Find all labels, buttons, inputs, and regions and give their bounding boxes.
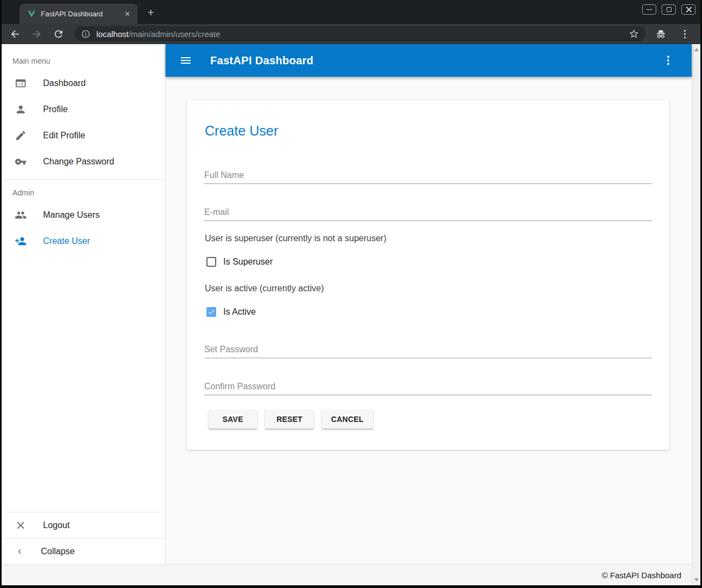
sidebar-item-label: Dashboard [43,78,86,88]
close-window-button[interactable] [681,4,695,15]
url-host: localhost [96,29,129,39]
sidebar-item-logout[interactable]: Logout [2,512,165,538]
hamburger-menu-icon[interactable] [179,54,192,67]
footer: © FastAPI Dashboard [2,564,692,585]
sidebar-item-profile[interactable]: Profile [2,96,165,122]
create-user-card: Create User User is superuser (currently… [187,100,669,450]
close-icon [686,7,692,13]
page-content: Main menu Dashboard Profile Edit Profile… [2,44,700,585]
bookmark-star-icon[interactable] [628,28,639,39]
sidebar-item-collapse[interactable]: Collapse [2,538,165,564]
people-icon [15,209,27,221]
sidebar-item-label: Edit Profile [43,131,85,140]
forward-icon[interactable] [31,28,42,40]
check-icon [207,308,215,316]
sidebar-section-header-main-menu: Main menu [2,44,165,70]
reset-button[interactable]: RESET [265,409,314,428]
maximize-button[interactable] [662,4,676,15]
reload-icon[interactable] [53,28,64,40]
person-add-icon [15,235,27,247]
key-icon [15,156,27,168]
close-icon [15,519,27,531]
sidebar-item-label: Change Password [43,157,114,167]
is-active-label: Is Active [223,307,256,317]
sidebar-item-manage-users[interactable]: Manage Users [2,202,165,228]
page-title: Create User [205,123,278,139]
email-input[interactable] [204,204,652,221]
sidebar-item-label: Logout [43,520,70,530]
chevron-left-icon [15,546,25,558]
pencil-icon [15,130,27,142]
person-icon [15,103,27,115]
sidebar: Main menu Dashboard Profile Edit Profile… [2,44,166,564]
sidebar-item-edit-profile[interactable]: Edit Profile [2,122,165,149]
minimize-button[interactable] [642,4,656,15]
browser-titlebar: FastAPI Dashboard ✕ + [2,0,700,24]
superuser-hint: User is superuser (currently is not a su… [205,234,386,243]
tab-title: FastAPI Dashboard [41,10,123,18]
browser-menu-icon[interactable] [679,28,691,40]
site-info-icon[interactable] [81,29,90,39]
sidebar-item-label: Manage Users [43,210,100,220]
tab-close-icon[interactable]: ✕ [123,9,132,19]
sidebar-item-label: Create User [43,236,90,246]
sidebar-item-label: Profile [43,105,68,114]
appbar-title: FastAPI Dashboard [210,54,662,67]
sidebar-item-change-password[interactable]: Change Password [2,149,165,175]
browser-toolbar: localhost/main/admin/users/create [2,24,700,44]
maximize-icon [667,7,672,12]
is-superuser-checkbox[interactable] [206,257,216,267]
sidebar-bottom: Logout Collapse [2,512,165,564]
dashboard-icon [15,77,27,89]
sidebar-section-header-admin: Admin [2,180,165,202]
sidebar-item-create-user[interactable]: Create User [2,228,165,254]
cancel-button[interactable]: CANCEL [322,409,373,428]
save-button[interactable]: SAVE [209,409,257,428]
scrollbar-up-icon[interactable] [694,48,699,51]
sidebar-item-dashboard[interactable]: Dashboard [2,70,165,96]
incognito-icon [655,28,667,40]
url-bar[interactable]: localhost/main/admin/users/create [75,26,646,41]
set-password-input[interactable] [204,341,652,358]
back-icon[interactable] [9,28,21,40]
url-path: /main/admin/users/create [129,29,220,39]
confirm-password-input[interactable] [204,378,652,395]
window-controls [642,4,695,15]
browser-tab[interactable]: FastAPI Dashboard ✕ [20,4,138,24]
scrollbar-down-icon[interactable] [694,578,699,581]
page-scrollbar[interactable] [692,44,700,585]
appbar-menu-icon[interactable] [662,54,675,67]
toolbar-right [655,28,691,40]
full-name-input[interactable] [204,167,652,184]
is-active-checkbox-row[interactable]: Is Active [206,307,256,317]
new-tab-button[interactable]: + [144,6,157,19]
footer-copyright: © FastAPI Dashboard [602,571,681,580]
appbar: FastAPI Dashboard [166,44,692,77]
is-superuser-checkbox-row[interactable]: Is Superuser [206,257,273,267]
sidebar-item-label: Collapse [41,547,75,556]
minimize-icon [646,9,652,10]
vue-logo-icon [27,10,36,19]
is-active-checkbox[interactable] [206,307,216,317]
active-hint: User is active (currently active) [205,284,324,293]
is-superuser-label: Is Superuser [223,257,273,267]
form-buttons: SAVE RESET CANCEL [209,409,373,428]
